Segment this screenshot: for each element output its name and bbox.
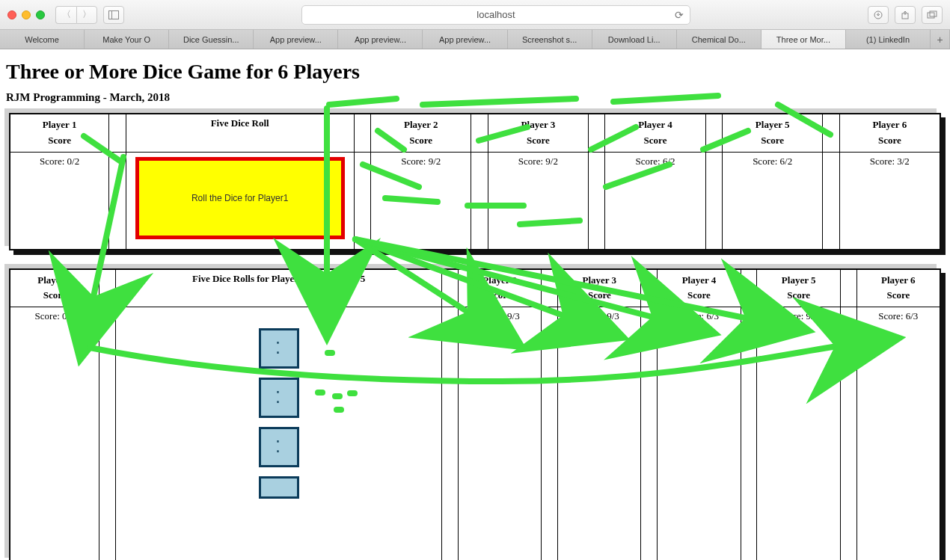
score-p6: Score: 3/2: [870, 156, 910, 167]
spacer: [705, 114, 722, 153]
tab-linkedin[interactable]: (1) LinkedIn: [846, 30, 931, 49]
svg-rect-4: [928, 13, 934, 18]
share-button[interactable]: [895, 6, 916, 24]
nav-back-forward: 〈 〉: [55, 6, 97, 24]
tab-download[interactable]: Download Li...: [592, 30, 677, 49]
spacer: [99, 269, 116, 307]
tab-dice-guessing[interactable]: Dice Guessin...: [169, 30, 254, 49]
round-panel-bottom: Player 1Score Five Dice Rolls for Player…: [9, 268, 941, 560]
page-title: Three or More Dice Game for 6 Players: [6, 60, 944, 84]
spacer: [741, 269, 757, 307]
score-p6: Score: 6/3: [878, 310, 918, 321]
col-player3: Player 3: [583, 274, 617, 286]
maximize-window-button[interactable]: [36, 10, 45, 19]
col-player5: Player 5: [782, 274, 816, 286]
col-player6: Player 6: [873, 119, 907, 130]
score-p5: Score: 6/2: [753, 156, 792, 167]
tab-app-preview-2[interactable]: App preview...: [338, 30, 423, 49]
browser-tabs: Welcome Make Your O Dice Guessin... App …: [0, 30, 950, 49]
svg-rect-5: [930, 11, 937, 16]
round-panel-top: Player 1Score Five Dice Roll Player 2Sco…: [9, 113, 941, 250]
score-p3: Score: 9/2: [518, 156, 558, 167]
back-button[interactable]: 〈: [55, 6, 76, 24]
score-p5: Score: 9/3: [779, 310, 818, 321]
col-player2: Player 2: [404, 119, 438, 130]
col-player3: Player 3: [521, 119, 556, 130]
tab-make-your-own[interactable]: Make Your O: [85, 30, 169, 49]
page-subtitle: RJM Programming - March, 2018: [6, 91, 944, 104]
roll-title: Five Dice Roll: [211, 117, 269, 129]
die-face: ⁚: [259, 328, 299, 369]
score-p1: Score: 0/3: [35, 310, 75, 321]
tab-app-preview-1[interactable]: App preview...: [254, 30, 338, 49]
score-p2: Score: 9/2: [401, 156, 441, 167]
spacer: [354, 114, 370, 153]
col-player1: Player 1: [37, 274, 72, 286]
score-p1: Score: 0/2: [40, 156, 79, 167]
reload-icon[interactable]: ⟳: [675, 9, 684, 21]
score-p2: Score: 9/3: [480, 310, 520, 321]
score-p3: Score: 9/3: [580, 310, 619, 321]
spacer: [442, 269, 459, 307]
roll-dice-button[interactable]: Roll the Dice for Player1: [135, 157, 345, 239]
spacer: [840, 269, 856, 307]
spacer: [641, 269, 658, 307]
tabs-button[interactable]: [922, 6, 943, 24]
tab-app-preview-3[interactable]: App preview...: [423, 30, 507, 49]
tab-screenshot[interactable]: Screenshot s...: [508, 30, 592, 49]
tab-chemical[interactable]: Chemical Do...: [677, 30, 761, 49]
col-player1: Player 1: [43, 119, 77, 130]
col-player5: Player 5: [756, 119, 790, 130]
roll-result-title: Five Dice Rolls for Player6 are 2, 2, 2,…: [192, 273, 365, 284]
table-row: Score: 0/3 ⁚ ⁚ ⁚ Score: 9/3 Score: 9/3 S…: [10, 307, 940, 560]
spacer: [542, 269, 558, 307]
score-p4: Score: 6/2: [635, 156, 675, 167]
svg-rect-0: [109, 10, 119, 19]
minimize-window-button[interactable]: [22, 10, 31, 19]
col-player2: Player 2: [482, 274, 517, 286]
col-player4: Player 4: [638, 119, 672, 130]
die-face: ⁚: [259, 378, 299, 418]
address-text: localhost: [476, 9, 515, 20]
table-row: Score: 0/2 Roll the Dice for Player1 Sco…: [10, 152, 940, 249]
die-face: ⁚: [259, 427, 299, 467]
spacer: [109, 114, 126, 153]
toolbar-right: [868, 6, 943, 24]
downloads-button[interactable]: [868, 6, 889, 24]
game-table-bottom: Player 1Score Five Dice Rolls for Player…: [10, 269, 940, 560]
page-content: Three or More Dice Game for 6 Players RJ…: [0, 49, 950, 560]
score-p4: Score: 6/3: [679, 310, 719, 321]
sidebar-toggle-button[interactable]: [103, 6, 124, 24]
col-player6: Player 6: [881, 274, 916, 286]
game-table-top: Player 1Score Five Dice Roll Player 2Sco…: [10, 114, 940, 250]
window-controls: [7, 10, 45, 19]
forward-button[interactable]: 〉: [76, 6, 97, 24]
browser-toolbar: 〈 〉 localhost ⟳: [0, 0, 950, 30]
col-player4: Player 4: [682, 274, 717, 286]
table-row: Player 1Score Five Dice Rolls for Player…: [10, 269, 940, 307]
tab-three-or-more[interactable]: Three or Mor...: [761, 30, 846, 49]
spacer: [589, 114, 605, 153]
spacer: [823, 114, 839, 153]
die-face: [259, 476, 299, 499]
dice-display-cell: ⁚ ⁚ ⁚: [116, 307, 442, 560]
col-score-label: Score: [48, 135, 71, 146]
tab-welcome[interactable]: Welcome: [0, 30, 85, 49]
new-tab-button[interactable]: +: [931, 30, 950, 49]
address-bar[interactable]: localhost ⟳: [301, 5, 690, 25]
spacer: [471, 114, 488, 153]
table-row: Player 1Score Five Dice Roll Player 2Sco…: [10, 114, 940, 153]
close-window-button[interactable]: [7, 10, 16, 19]
